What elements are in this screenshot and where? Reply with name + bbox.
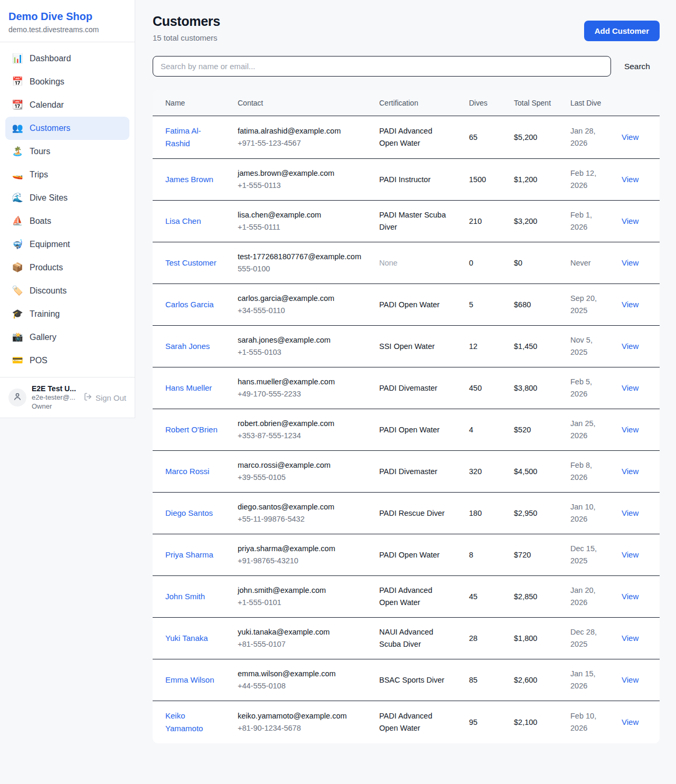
customer-phone: +1-555-0113 bbox=[238, 180, 362, 192]
view-customer-link[interactable]: View bbox=[622, 383, 639, 392]
view-customer-link[interactable]: View bbox=[622, 425, 639, 434]
customer-total-spent: $1,200 bbox=[514, 175, 537, 184]
customer-dives: 12 bbox=[469, 342, 477, 351]
logout-icon bbox=[83, 392, 92, 403]
customer-total-spent: $0 bbox=[514, 259, 522, 267]
customer-name-link[interactable]: Keiko Yamamoto bbox=[165, 711, 203, 733]
sidebar-item-pos[interactable]: 💳 POS bbox=[5, 349, 129, 372]
customer-name-link[interactable]: Emma Wilson bbox=[165, 675, 214, 684]
customer-phone: 555-0100 bbox=[238, 263, 362, 275]
calendar-icon: 📆 bbox=[12, 99, 23, 111]
search-row: Search bbox=[153, 56, 660, 77]
customer-email: sarah.jones@example.com bbox=[238, 334, 362, 346]
sidebar-item-dashboard[interactable]: 📊 Dashboard bbox=[5, 47, 129, 70]
sidebar-item-customers[interactable]: 👥 Customers bbox=[5, 117, 129, 140]
view-customer-link[interactable]: View bbox=[622, 508, 639, 517]
customer-phone: +81-555-0107 bbox=[238, 638, 362, 650]
sidebar-item-tours[interactable]: 🏝️ Tours bbox=[5, 140, 129, 163]
customer-email: fatima.alrashid@example.com bbox=[238, 125, 362, 137]
customer-name-link[interactable]: Yuki Tanaka bbox=[165, 634, 208, 643]
view-customer-link[interactable]: View bbox=[622, 300, 639, 309]
column-header-last-dive: Last Dive bbox=[562, 90, 613, 116]
customer-name-link[interactable]: Robert O'Brien bbox=[165, 425, 218, 434]
customer-email: robert.obrien@example.com bbox=[238, 418, 362, 430]
search-input[interactable] bbox=[153, 56, 611, 77]
sidebar-item-label: Products bbox=[30, 261, 63, 274]
customer-email: yuki.tanaka@example.com bbox=[238, 626, 362, 638]
customer-last-dive: Jan 10, 2026 bbox=[570, 503, 596, 523]
customer-name-link[interactable]: Priya Sharma bbox=[165, 550, 213, 559]
view-customer-link[interactable]: View bbox=[622, 550, 639, 559]
sidebar-item-dive-sites[interactable]: 🌊 Dive Sites bbox=[5, 186, 129, 210]
view-customer-link[interactable]: View bbox=[622, 133, 639, 141]
customer-name-link[interactable]: Lisa Chen bbox=[165, 216, 201, 225]
customer-last-dive: Sep 20, 2025 bbox=[570, 294, 597, 315]
customer-phone: +55-11-99876-5432 bbox=[238, 513, 362, 525]
sidebar-item-training[interactable]: 🎓 Training bbox=[5, 303, 129, 326]
sidebar-item-boats[interactable]: ⛵ Boats bbox=[5, 210, 129, 233]
add-customer-button[interactable]: Add Customer bbox=[584, 21, 660, 41]
view-customer-link[interactable]: View bbox=[622, 634, 639, 643]
customer-name-link[interactable]: Test Customer bbox=[165, 258, 217, 267]
view-customer-link[interactable]: View bbox=[622, 592, 639, 601]
customer-certification: SSI Open Water bbox=[379, 342, 435, 351]
customer-last-dive: Feb 1, 2026 bbox=[570, 211, 592, 231]
view-customer-link[interactable]: View bbox=[622, 675, 639, 684]
table-row: Keiko Yamamoto keiko.yamamoto@example.co… bbox=[153, 701, 660, 744]
boats-sailboat-icon: ⛵ bbox=[12, 215, 23, 228]
customer-dives: 5 bbox=[469, 300, 473, 309]
customer-last-dive: Nov 5, 2025 bbox=[570, 336, 593, 356]
sidebar-item-label: Dashboard bbox=[30, 52, 71, 65]
shop-domain: demo.test.divestreams.com bbox=[8, 25, 126, 34]
customer-last-dive: Feb 8, 2026 bbox=[570, 461, 592, 481]
customer-name-link[interactable]: Sarah Jones bbox=[165, 342, 210, 351]
view-customer-link[interactable]: View bbox=[622, 216, 639, 225]
sidebar-item-trips[interactable]: 🚤 Trips bbox=[5, 163, 129, 186]
sidebar-nav: 📊 Dashboard 📅 Bookings 📆 Calendar 👥 Cust… bbox=[0, 42, 135, 377]
sidebar-item-equipment[interactable]: 🤿 Equipment bbox=[5, 233, 129, 256]
view-customer-link[interactable]: View bbox=[622, 467, 639, 476]
page-header: Customers 15 total customers Add Custome… bbox=[153, 14, 660, 42]
user-email: e2e-tester@... bbox=[32, 393, 78, 402]
customer-email: hans.mueller@example.com bbox=[238, 376, 362, 388]
customer-email: emma.wilson@example.com bbox=[238, 668, 362, 680]
customer-certification: PADI Advanced Open Water bbox=[379, 586, 433, 607]
column-header-actions bbox=[613, 90, 660, 116]
customer-name-link[interactable]: James Brown bbox=[165, 175, 213, 184]
customer-certification: PADI Master Scuba Diver bbox=[379, 211, 446, 231]
sidebar-item-gallery[interactable]: 📸 Gallery bbox=[5, 326, 129, 349]
customer-name-link[interactable]: Carlos Garcia bbox=[165, 300, 214, 309]
customer-certification: PADI Open Water bbox=[379, 300, 439, 309]
sidebar-item-products[interactable]: 📦 Products bbox=[5, 256, 129, 279]
table-body: Fatima Al-Rashid fatima.alrashid@example… bbox=[153, 116, 660, 744]
view-customer-link[interactable]: View bbox=[622, 717, 639, 726]
customer-phone: +1-555-0101 bbox=[238, 597, 362, 609]
pos-card-icon: 💳 bbox=[12, 354, 23, 367]
sidebar-item-discounts[interactable]: 🏷️ Discounts bbox=[5, 279, 129, 303]
sidebar-item-label: Boats bbox=[30, 215, 51, 228]
sidebar-item-bookings[interactable]: 📅 Bookings bbox=[5, 70, 129, 93]
search-button[interactable]: Search bbox=[624, 62, 650, 71]
sidebar-item-label: Discounts bbox=[30, 285, 67, 297]
customer-last-dive: Dec 15, 2025 bbox=[570, 544, 597, 565]
table-row: Diego Santos diego.santos@example.com +5… bbox=[153, 493, 660, 534]
table-row: Hans Mueller hans.mueller@example.com +4… bbox=[153, 367, 660, 409]
customer-name-link[interactable]: Marco Rossi bbox=[165, 467, 209, 476]
view-customer-link[interactable]: View bbox=[622, 175, 639, 184]
customer-name-link[interactable]: Diego Santos bbox=[165, 508, 213, 517]
customers-table: Name Contact Certification Dives Total S… bbox=[153, 90, 660, 743]
customer-last-dive: Feb 12, 2026 bbox=[570, 169, 596, 190]
customer-last-dive: Never bbox=[570, 259, 591, 267]
sign-out-button[interactable]: Sign Out bbox=[83, 392, 126, 403]
view-customer-link[interactable]: View bbox=[622, 342, 639, 351]
customer-email: carlos.garcia@example.com bbox=[238, 292, 362, 305]
customer-dives: 95 bbox=[469, 718, 477, 726]
table-row: John Smith john.smith@example.com +1-555… bbox=[153, 576, 660, 618]
customer-name-link[interactable]: Hans Mueller bbox=[165, 383, 212, 392]
customer-phone: +49-170-555-2233 bbox=[238, 388, 362, 400]
customer-name-link[interactable]: Fatima Al-Rashid bbox=[165, 126, 201, 148]
customer-name-link[interactable]: John Smith bbox=[165, 592, 205, 601]
customer-dives: 1500 bbox=[469, 175, 486, 184]
view-customer-link[interactable]: View bbox=[622, 258, 639, 267]
sidebar-item-calendar[interactable]: 📆 Calendar bbox=[5, 93, 129, 117]
